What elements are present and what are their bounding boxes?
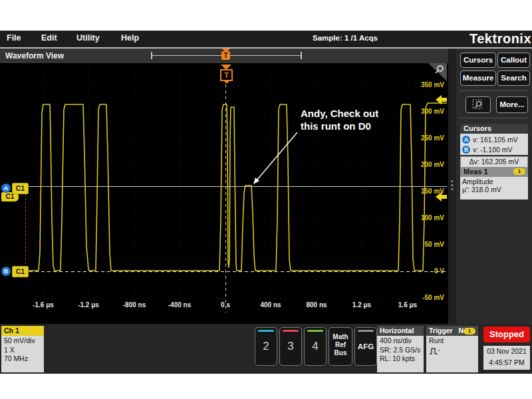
channel1-setting: 70 MHz (4, 354, 41, 364)
sample-status: Sample: 1 /1 Acqs (313, 34, 378, 42)
time: 4:45:57 PM (483, 357, 530, 368)
callout-button[interactable]: Callout (497, 53, 530, 68)
panel-divider (459, 118, 528, 118)
cursor-b-line[interactable] (23, 271, 447, 272)
horizontal-setting: SR: 2.5 GS/s (380, 346, 421, 355)
search-button[interactable]: Search (497, 70, 530, 86)
trigger-type: Runt (429, 336, 475, 346)
cursor-a-line[interactable] (23, 186, 447, 187)
cursor-b-channel-badge[interactable]: C1 (12, 266, 29, 277)
channel1-trace (0, 63, 448, 324)
bottom-bar: Ch 1 50 mV/div1 X70 MHz 234 MathRefBus A… (0, 324, 532, 374)
trigger-mode: N (459, 327, 464, 334)
meas1-title: Meas 1 1 (460, 167, 528, 177)
meas1-name: Amplitude (462, 178, 526, 186)
trigger-source-badge: 1 (464, 328, 475, 334)
trigger-badge[interactable]: Trigger N 1 Runt (426, 326, 478, 372)
channel2-label: 2 (255, 340, 277, 353)
run-stop-status[interactable]: Stopped (483, 327, 530, 342)
channel4-button[interactable]: 4 (304, 327, 327, 366)
panel-divider (459, 90, 528, 91)
cursor-b-row: B v: -1.100 mV (462, 144, 526, 154)
menu-item-file[interactable]: File (7, 33, 21, 43)
cursor-a-badge[interactable]: A (1, 184, 11, 193)
callout-line2: this runt on D0 (301, 120, 378, 132)
horizontal-title: Horizontal (377, 326, 424, 336)
cursor-b-value: v: -1.100 mV (473, 146, 513, 154)
menu-item-help[interactable]: Help (121, 33, 139, 43)
menu-bar: FileEditUtilityHelp Sample: 1 /1 Acqs Te… (0, 31, 532, 47)
trigger-title: Trigger N 1 (426, 326, 478, 336)
math-ref-bus-label: MathRefBus (329, 333, 352, 357)
callout-arrow (249, 130, 303, 190)
channel4-stripe (307, 330, 323, 332)
cursors-button[interactable]: Cursors (460, 53, 496, 68)
horizontal-setting: 400 ns/div (380, 336, 421, 346)
overview-left-bracket[interactable] (151, 52, 152, 59)
panel-splitter[interactable]: ••• (448, 49, 456, 324)
cursors-readout-title: Cursors (460, 124, 528, 134)
datetime-display: 03 Nov 2021 4:45:57 PM (483, 346, 530, 370)
horizontal-badge[interactable]: Horizontal 400 ns/divSR: 2.5 GS/sRL: 10 … (377, 326, 424, 372)
channel1-name: Ch 1 (1, 326, 44, 336)
menu-item-edit[interactable]: Edit (41, 33, 57, 43)
callout-annotation[interactable]: Andy, Check out this runt on D0 (301, 107, 378, 132)
waveform-view-title: Waveform View (5, 51, 64, 61)
channel3-label: 3 (280, 340, 301, 353)
menu-item-utility[interactable]: Utility (76, 33, 100, 43)
channel1-setting: 50 mV/div (4, 336, 41, 346)
trigger-lower-threshold-arrow-icon[interactable] (436, 192, 447, 201)
afg-button[interactable]: AFG (354, 327, 377, 366)
trigger-upper-threshold-arrow-icon[interactable] (436, 95, 447, 104)
measure-button[interactable]: Measure (460, 70, 496, 86)
zoom-corner-control[interactable] (428, 63, 447, 81)
runt-pulse-icon (429, 346, 442, 355)
cursor-a-channel-badge[interactable]: C1 (12, 183, 29, 194)
tektronix-logo: Tektronix (469, 31, 531, 47)
zoom-box-icon (472, 99, 484, 110)
cursor-a-value: v: 161.105 mV (473, 136, 518, 144)
splitter-handle-icon: ••• (451, 179, 454, 191)
cursor-b-badge: B (462, 146, 470, 154)
meas1-source-badge: 1 (513, 168, 525, 175)
channel2-stripe (258, 330, 274, 332)
channel4-label: 4 (305, 340, 326, 353)
horizontal-settings: 400 ns/divSR: 2.5 GS/sRL: 10 kpts (377, 336, 424, 372)
channel3-button[interactable]: 3 (279, 327, 302, 366)
channel3-stripe (283, 330, 299, 332)
channel1-settings: 50 mV/div1 X70 MHz (1, 336, 44, 372)
waveform-view-bar: Waveform View T (0, 49, 448, 63)
horizontal-setting: RL: 10 kpts (380, 354, 421, 364)
right-panel: Cursors Callout Measure Search More... C… (456, 49, 532, 324)
callout-line1: Andy, Check out (301, 107, 378, 120)
cursor-a-badge: A (462, 136, 470, 144)
cursor-b-badge[interactable]: B (1, 267, 11, 276)
date: 03 Nov 2021 (483, 346, 530, 357)
meas1-readout-panel[interactable]: Meas 1 1 Amplitude μ': 318.0 mV (460, 167, 528, 200)
trigger-minimap-marker[interactable]: T (221, 51, 230, 60)
oscilloscope-screen: FileEditUtilityHelp Sample: 1 /1 Acqs Te… (0, 0, 532, 399)
overview-right-bracket[interactable] (301, 52, 302, 59)
trigger-flag[interactable]: T (220, 69, 233, 81)
channel1-badge[interactable]: Ch 1 50 mV/div1 X70 MHz (1, 326, 44, 372)
math-ref-bus-button[interactable]: MathRefBus (329, 327, 352, 366)
channel2-button[interactable]: 2 (255, 327, 277, 366)
channel1-setting: 1 X (4, 346, 41, 355)
more-button[interactable]: More... (496, 96, 528, 113)
trigger-flag-tip (223, 80, 230, 84)
meas1-value: μ': 318.0 mV (462, 186, 526, 194)
waveform-display[interactable]: 350 mV300 mV250 mV200 mV150 mV100 mV50 m… (0, 63, 448, 324)
afg-stripe (358, 330, 374, 332)
cursors-readout-panel[interactable]: Cursors A v: 161.105 mV B v: -1.100 mV Δ… (460, 124, 528, 168)
cursor-a-row: A v: 161.105 mV (462, 134, 526, 144)
afg-label: AFG (355, 342, 376, 350)
zoom-box-button[interactable] (466, 96, 491, 113)
